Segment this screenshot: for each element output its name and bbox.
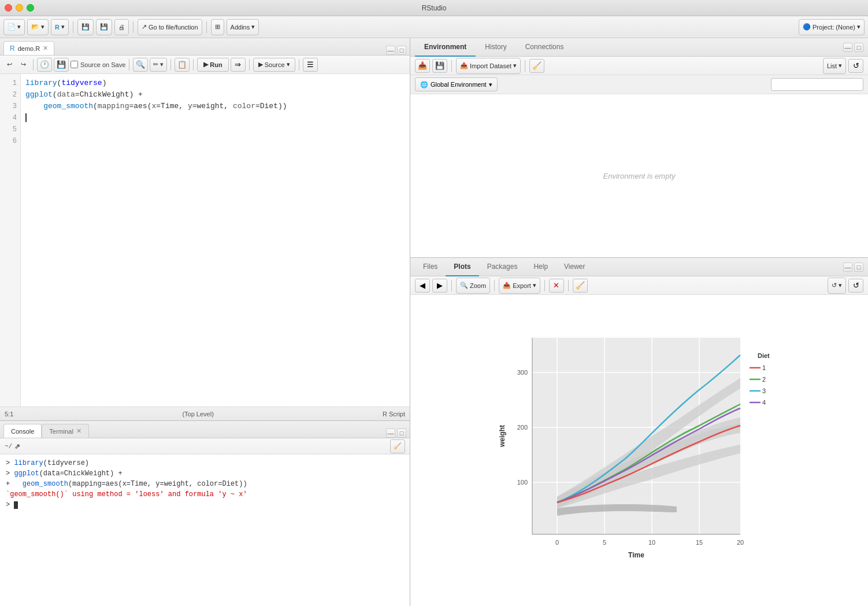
editor-tab-close[interactable]: ✕ — [43, 45, 48, 52]
save-workspace-button[interactable]: 💾 — [432, 59, 447, 73]
window-controls[interactable] — [5, 4, 34, 12]
new-file-dropdown[interactable]: ▾ — [17, 23, 21, 31]
tab-connections[interactable]: Connections — [516, 38, 573, 57]
import-dataset-button[interactable]: 📤 Import Dataset ▾ — [456, 58, 521, 74]
code-line-5 — [25, 112, 405, 124]
env-maximize-btn[interactable]: □ — [854, 43, 863, 52]
search-button[interactable]: 🔍 — [133, 58, 148, 72]
load-workspace-button[interactable]: 📥 — [415, 59, 430, 73]
plots-sep-4 — [568, 280, 569, 291]
titlebar: RStudio — [0, 0, 868, 16]
clear-console-button[interactable]: 🧹 — [390, 439, 405, 453]
clear-env-button[interactable]: 🧹 — [529, 59, 544, 73]
editor-tab-demo-r[interactable]: R demo.R ✕ — [3, 41, 54, 55]
plots-sep-3 — [544, 280, 545, 291]
tab-connections-label: Connections — [525, 43, 564, 51]
addins-dropdown[interactable]: ▾ — [251, 23, 255, 31]
new-file-icon: 📄 — [8, 23, 16, 31]
history-button[interactable]: 🕐 — [37, 58, 52, 72]
import-dropdown[interactable]: ▾ — [513, 62, 517, 69]
source-dropdown[interactable]: ▾ — [287, 61, 290, 68]
save-all-button[interactable]: 💾 — [96, 19, 112, 35]
list-view-button[interactable]: List ▾ — [823, 58, 846, 74]
undo-button[interactable]: ↩ — [3, 58, 16, 72]
plots-minimize-btn[interactable]: — — [843, 263, 852, 272]
console-tab-label: Console — [11, 428, 34, 435]
new-file-button[interactable]: 📄 ▾ — [3, 19, 25, 35]
zoom-button[interactable]: 🔍 Zoom — [456, 278, 490, 294]
refresh-env-button[interactable]: ↺ — [848, 59, 863, 73]
source-button[interactable]: ▶ Source ▾ — [253, 58, 295, 72]
r-project-button[interactable]: R ▾ — [51, 19, 69, 35]
refresh-plots-button[interactable]: ↺ ▾ — [828, 278, 846, 294]
global-env-selector[interactable]: 🌐 Global Environment ▾ — [415, 77, 498, 91]
console-maximize-btn[interactable]: □ — [397, 428, 406, 438]
console-section: Console Terminal ✕ — □ ~/ ⇗ 🧹 > library(… — [0, 421, 410, 606]
source-on-save-checkbox[interactable] — [71, 61, 78, 68]
editor-body[interactable]: 1 2 3 4 5 6 library(tidyverse) ggplot(da… — [0, 74, 410, 407]
save-file-button[interactable]: 💾 — [54, 58, 69, 72]
refresh-dropdown[interactable]: ▾ — [839, 282, 842, 289]
console-minimize-btn[interactable]: — — [386, 428, 395, 438]
addins-button[interactable]: Addins ▾ — [227, 19, 259, 35]
list-functions-button[interactable]: ☰ — [303, 58, 318, 72]
close-button[interactable] — [5, 4, 12, 12]
editor-tabs: R demo.R ✕ — □ — [0, 38, 410, 56]
project-label: Project: (None) — [813, 24, 855, 31]
terminal-close[interactable]: ✕ — [76, 427, 81, 435]
list-dropdown[interactable]: ▾ — [839, 62, 842, 69]
terminal-tab-label: Terminal — [49, 428, 73, 435]
export-dropdown[interactable]: ▾ — [533, 282, 536, 289]
editor-minimize-btn[interactable]: — — [386, 46, 395, 55]
maximize-button[interactable] — [27, 4, 34, 12]
tab-viewer[interactable]: Viewer — [556, 258, 593, 276]
prev-plot-button[interactable]: ◀ — [415, 279, 430, 293]
run-next-button[interactable]: ⇒ — [231, 58, 246, 72]
editor-maximize-btn[interactable]: □ — [397, 46, 406, 55]
plots-tabs: Files Plots Packages Help Viewer — □ — [410, 258, 868, 276]
editor-panel-controls: — □ — [386, 46, 406, 55]
env-tabs: Environment History Connections — □ — [410, 38, 868, 57]
terminal-tab[interactable]: Terminal ✕ — [42, 424, 89, 438]
grid-button[interactable]: ⊞ — [211, 19, 224, 35]
plots-maximize-btn[interactable]: □ — [854, 263, 863, 272]
compile-report-button[interactable]: 📋 — [175, 58, 190, 72]
open-file-button[interactable]: 📂 ▾ — [27, 19, 49, 35]
env-panel-controls: — □ — [843, 43, 863, 52]
y-tick-200: 200 — [517, 424, 528, 431]
save-button[interactable]: 💾 — [77, 19, 94, 35]
env-minimize-btn[interactable]: — — [843, 43, 852, 52]
env-search-input[interactable] — [771, 78, 863, 91]
tab-history[interactable]: History — [476, 38, 515, 57]
print-button[interactable]: 🖨 — [114, 19, 129, 35]
next-plot-button[interactable]: ▶ — [432, 279, 447, 293]
sync-plots-button[interactable]: ↺ — [848, 279, 863, 293]
delete-plot-button[interactable]: ✕ — [549, 279, 564, 293]
tab-environment[interactable]: Environment — [415, 38, 476, 57]
tab-plots[interactable]: Plots — [446, 258, 478, 276]
console-body[interactable]: > library(tidyverse) > ggplot(data=Chick… — [0, 454, 410, 606]
env-empty-message: Environment is empty — [410, 94, 868, 257]
run-button[interactable]: ▶ Run — [197, 58, 228, 72]
tab-files[interactable]: Files — [415, 258, 446, 276]
go-to-file-button[interactable]: ↗ Go to file/function — [138, 19, 202, 35]
clear-plots-button[interactable]: 🧹 — [573, 279, 588, 293]
redo-button[interactable]: ↪ — [17, 58, 29, 72]
tab-help[interactable]: Help — [525, 258, 556, 276]
open-dropdown[interactable]: ▾ — [41, 23, 44, 31]
code-tools-button[interactable]: ✏ ▾ — [150, 58, 167, 72]
legend-title: Diet — [758, 352, 770, 359]
plot-svg-container: 0 5 10 15 20 100 200 300 Time weight — [416, 301, 862, 600]
working-dir-icon[interactable]: ⇗ — [14, 442, 20, 450]
source-on-save-label[interactable]: Source on Save — [71, 61, 125, 68]
tab-packages[interactable]: Packages — [479, 258, 526, 276]
project-dropdown[interactable]: ▾ — [857, 23, 860, 31]
code-line-4: geom_smooth(mapping=aes(x=Time, y=weight… — [25, 101, 405, 112]
project-button[interactable]: 🔵 Project: (None) ▾ — [799, 19, 865, 35]
export-button[interactable]: 📤 Export ▾ — [499, 278, 540, 294]
r-dropdown[interactable]: ▾ — [61, 23, 65, 31]
minimize-button[interactable] — [16, 4, 23, 12]
env-dropdown[interactable]: ▾ — [489, 81, 492, 88]
console-tab[interactable]: Console — [3, 424, 42, 438]
code-area[interactable]: library(tidyverse) ggplot(data=ChickWeig… — [21, 74, 410, 407]
